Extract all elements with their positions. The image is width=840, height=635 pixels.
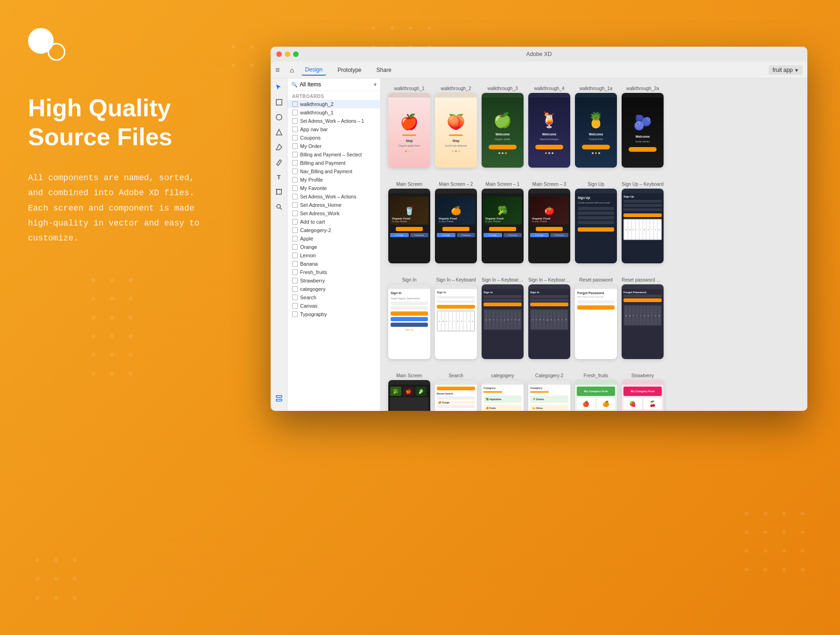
artboard-label: walkthrough_1 <box>394 86 424 91</box>
layer-item-typography[interactable]: Typography <box>287 310 380 318</box>
zoom-tool[interactable] <box>274 202 284 212</box>
artboard-frame-categogery2[interactable]: Category 🥬 Greens 🍋 Citrus 🍓 Berries <box>528 380 570 411</box>
ellipse-tool[interactable] <box>274 112 284 122</box>
artboard-frame-ms4[interactable]: 🍅 Organic Food In your Pocket G Google f… <box>528 189 570 263</box>
triangle-tool[interactable] <box>274 127 284 137</box>
artboard-frame-reset[interactable]: Forgot Password Enter email to receive r… <box>575 284 617 359</box>
artboard-tool[interactable] <box>274 187 284 197</box>
layer-item-navbar[interactable]: App nav bar <box>287 125 380 134</box>
svg-point-3 <box>250 64 254 67</box>
artboard-frame-signup[interactable]: Sign Up Create account with your email <box>575 189 617 263</box>
layer-item-lemon[interactable]: Lemon <box>287 251 380 260</box>
layer-icon <box>292 278 298 283</box>
artboard-frame-wt1a[interactable]: 🍍 Welcome Tropical fruits <box>575 93 617 168</box>
layer-item-categogery[interactable]: categogery <box>287 285 380 293</box>
svg-point-15 <box>129 334 133 338</box>
artboard-frame-signup-kb[interactable]: Sign Up qw er ty ui op <box>622 189 664 263</box>
artboard-row-2: Main Screen 🥤 Organic Food In your Pocke… <box>388 182 800 263</box>
artboard-frame-freshfruits[interactable]: My Category Fruit 🍎 🍊 🍋 🍇 <box>575 380 617 411</box>
layer-item-orange[interactable]: Orange <box>287 243 380 251</box>
svg-point-33 <box>801 549 805 553</box>
layer-item-billing-select[interactable]: Billing and Payment – Seclect <box>287 150 380 159</box>
pen-tool[interactable] <box>274 142 284 152</box>
svg-point-27 <box>763 530 767 534</box>
design-tab[interactable]: Design <box>301 64 326 76</box>
layer-icon <box>292 211 298 216</box>
layer-item-myorder[interactable]: My Order <box>287 142 380 150</box>
artboard-frame-wt3[interactable]: 🍏 Welcome Organic quality <box>482 93 524 168</box>
artboard-frame-ms3[interactable]: 🥦 Organic Food In your Pocket G Google f… <box>482 189 524 263</box>
canvas-area[interactable]: walkthrough_1 🍎 Step Organic quality fre… <box>381 78 807 411</box>
select-tool[interactable] <box>274 82 284 92</box>
layer-item-addtocart[interactable]: Add to cart <box>287 218 380 226</box>
maximize-button[interactable] <box>293 51 299 57</box>
svg-point-2 <box>231 64 235 67</box>
artboard-label: Reset password <box>579 277 613 282</box>
layer-item-search[interactable]: Search <box>287 293 380 302</box>
layer-item-myfavorite[interactable]: My Favorite <box>287 184 380 192</box>
artboard-frame-wt2a[interactable]: 🫐 Welcome Exotic berries <box>622 93 664 168</box>
close-button[interactable] <box>276 51 282 57</box>
artboard-frame-signin[interactable]: Sign In Target Organic Supermarket Sign … <box>388 284 430 359</box>
keyboard: qw er ty ui op <box>623 219 662 240</box>
artboard-frame-wt2[interactable]: 🍑 Step Fresh fruits delivered <box>435 93 477 168</box>
artboard-frame-categogery[interactable]: Category 🥦 Vegetables 🍊 Fruits 🫐 Berries <box>482 380 524 411</box>
minimize-button[interactable] <box>285 51 290 57</box>
layer-item-canvas[interactable]: Canvas <box>287 302 380 310</box>
artboard-frame-wt1[interactable]: 🍎 Step Organic quality fresh <box>388 93 430 168</box>
artboard-frame-reset-kb[interactable]: Forgot Password q w e r t y u <box>622 284 664 359</box>
layers-search-bar[interactable]: 🔍 ▾ <box>287 78 380 91</box>
layer-item-setadress[interactable]: Set Adress_Work – Actions – 1 <box>287 117 380 125</box>
layer-item-categogery2[interactable]: Categogery-2 <box>287 226 380 234</box>
artboard-frame-signin-kb2[interactable]: Sign In q w e r t y u <box>482 284 524 359</box>
layer-item-billing[interactable]: Billing and Payment <box>287 159 380 167</box>
layer-item-setadress-work[interactable]: Set Adress_Work <box>287 209 380 218</box>
cta-button[interactable] <box>629 147 657 152</box>
svg-point-4 <box>91 278 95 282</box>
toolbar-bottom <box>274 393 284 407</box>
layer-item-banana[interactable]: Banana <box>287 260 380 268</box>
layer-item-apple[interactable]: Apple <box>287 234 380 243</box>
artboard-frame-wt4[interactable]: 🍹 Welcome Natural beverages <box>528 93 570 168</box>
artboard-label: walkthrough_2a <box>626 86 659 91</box>
layer-item-coupons[interactable]: Coupons <box>287 134 380 142</box>
layer-item-navbilling[interactable]: Nav_Billing and Payment <box>287 167 380 176</box>
artboard-frame-signin-kb3[interactable]: Sign In a s d f g h j <box>528 284 570 359</box>
layer-item-walkthrough2[interactable]: walkthrough_2 <box>287 100 380 108</box>
artboard-frame-ms2[interactable]: 🍊 Organic Food In your Pocket G Google f… <box>435 189 477 263</box>
svg-point-8 <box>110 297 114 301</box>
layer-icon <box>292 295 298 300</box>
hamburger-icon[interactable]: ≡ <box>275 66 280 74</box>
artboard-frame-ms1[interactable]: 🥤 Organic Food In your Pocket G Google f… <box>388 189 430 263</box>
artboard-frame-strawberry[interactable]: My Category Fruit 🍓 🍒 🍎 🫐 <box>622 380 664 411</box>
artboard-frame-signin-kb1[interactable]: Sign In qw er ty ui op <box>435 284 477 359</box>
rectangle-tool[interactable] <box>274 97 284 107</box>
layer-icon <box>292 169 298 174</box>
share-tab[interactable]: Share <box>373 65 395 75</box>
svg-point-53 <box>54 596 58 600</box>
text-tool[interactable]: T <box>274 172 284 182</box>
svg-point-35 <box>763 568 767 572</box>
layer-item-myprofile[interactable]: My Profile <box>287 176 380 184</box>
artboard-col-wt1a: walkthrough_1a 🍍 Welcome Tropical fruits <box>575 86 617 168</box>
artboard-frame-search[interactable]: Recent Search 🍊 Orange <box>435 380 477 411</box>
svg-point-38 <box>371 26 375 30</box>
layer-item-walkthrough1[interactable]: walkthrough_1 <box>287 108 380 117</box>
fruit-emoji: 🍍 <box>587 111 605 129</box>
cta-button[interactable] <box>582 145 610 149</box>
cta-button[interactable] <box>535 145 563 149</box>
layer-item-freshfruits[interactable]: Fresh_fruits <box>287 268 380 276</box>
pagination-dots <box>498 152 507 154</box>
artboard-frame-main-bottom[interactable]: 🥦 🍎 🥬 <box>388 380 430 411</box>
layers-icon[interactable] <box>274 393 284 403</box>
layer-item-strawberry[interactable]: Strawberry <box>287 276 380 285</box>
layer-item-setadress-actions[interactable]: Set Adress_Work – Actions <box>287 192 380 201</box>
fruit-emoji: 🍏 <box>493 111 512 129</box>
cta-button[interactable] <box>489 145 517 149</box>
home-icon[interactable]: ⌂ <box>290 66 294 74</box>
search-input[interactable] <box>300 81 372 88</box>
dropdown-arrow[interactable]: ▾ <box>374 81 377 88</box>
layer-item-setadress-home[interactable]: Set Adress_Home <box>287 201 380 209</box>
pencil-tool[interactable] <box>274 157 284 167</box>
prototype-tab[interactable]: Prototype <box>334 65 365 75</box>
